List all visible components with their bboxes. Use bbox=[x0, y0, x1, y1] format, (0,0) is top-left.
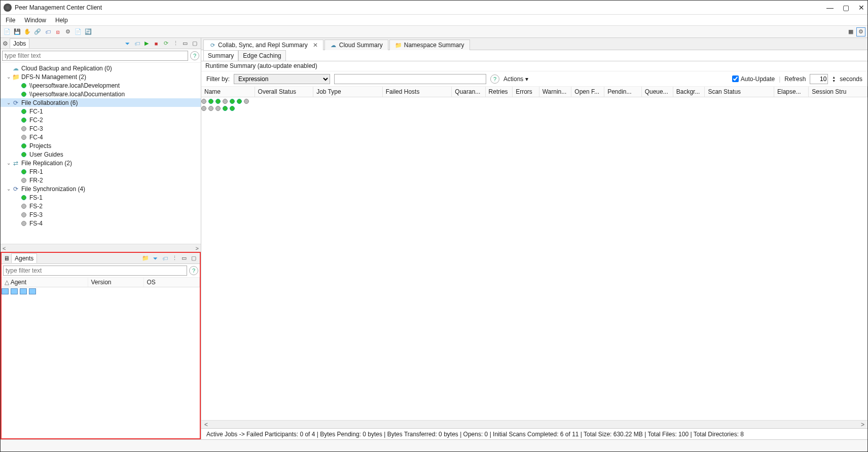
agents-tag-icon[interactable]: 🏷 bbox=[161, 254, 169, 262]
maximize-panel-icon[interactable]: ▢ bbox=[191, 40, 199, 48]
col-10[interactable]: Queue... bbox=[641, 87, 673, 97]
refresh2-icon[interactable]: ⟳ bbox=[162, 40, 170, 48]
doc2-icon[interactable]: 📄 bbox=[74, 27, 83, 36]
subtab-summary[interactable]: Summary bbox=[203, 50, 238, 61]
menu-bar: File Window Help bbox=[1, 15, 867, 26]
status-bar: Active Jobs -> Failed Participants: 0 of… bbox=[201, 428, 867, 439]
refresh-icon[interactable]: 🔄 bbox=[84, 27, 93, 36]
col-7[interactable]: Warnin... bbox=[539, 87, 571, 97]
minimize-button[interactable]: — bbox=[826, 4, 834, 12]
tree-sync-child[interactable]: FS-3 bbox=[1, 210, 201, 219]
tree-collab-child[interactable]: Projects bbox=[1, 141, 201, 150]
tree-collab-child[interactable]: User Guides bbox=[1, 150, 201, 159]
link-icon[interactable]: 🔗 bbox=[33, 27, 42, 36]
col-5[interactable]: Retries bbox=[485, 87, 513, 97]
tree-collab-child[interactable]: FC-4 bbox=[1, 133, 201, 141]
filter-text-input[interactable] bbox=[334, 74, 486, 84]
tree-dfsn-child[interactable]: \\peersoftware.local\Documentation bbox=[1, 90, 201, 98]
col-12[interactable]: Scan Status bbox=[705, 87, 774, 97]
refresh-interval-input[interactable] bbox=[810, 74, 828, 84]
jobs-hscroll[interactable]: <> bbox=[1, 244, 201, 252]
agents-max-icon[interactable]: ▢ bbox=[190, 254, 198, 262]
col-11[interactable]: Backgr... bbox=[673, 87, 705, 97]
col-4[interactable]: Quaran... bbox=[452, 87, 485, 97]
settings-icon[interactable]: ⚙ bbox=[856, 27, 865, 36]
namespace-icon: 📁 bbox=[395, 42, 402, 49]
subtab-edge[interactable]: Edge Caching bbox=[238, 50, 285, 61]
jobs-tree[interactable]: ☁Cloud Backup and Replication (0)⌄📁DFS-N… bbox=[1, 63, 201, 244]
new-icon[interactable]: 📄 bbox=[3, 27, 12, 36]
agents-filter-icon[interactable]: ⏷ bbox=[151, 254, 159, 262]
tab-collab-summary[interactable]: ⟳ Collab, Sync, and Repl Summary ✕ bbox=[203, 40, 323, 50]
help-icon[interactable]: ? bbox=[190, 51, 199, 60]
spinner-buttons[interactable]: ▲▼ bbox=[832, 76, 836, 83]
tree-repl-child[interactable]: FR-1 bbox=[1, 167, 201, 176]
tree-cloud-backup[interactable]: ☁Cloud Backup and Replication (0) bbox=[1, 64, 201, 72]
col-os[interactable]: OS bbox=[143, 278, 200, 287]
agents-min-icon[interactable]: ▭ bbox=[180, 254, 188, 262]
col-14[interactable]: Session Stru bbox=[809, 87, 867, 97]
filter-by-label: Filter by: bbox=[206, 76, 230, 83]
tree-collab-child[interactable]: FC-2 bbox=[1, 116, 201, 124]
tree-collab-child[interactable]: FC-1 bbox=[1, 107, 201, 116]
app-icon bbox=[4, 4, 12, 12]
tree-repl-child[interactable]: FR-2 bbox=[1, 176, 201, 184]
agent-icon bbox=[29, 288, 36, 294]
tab-namespace-summary[interactable]: 📁 Namespace Summary bbox=[389, 40, 470, 50]
error-icon[interactable]: ⦻ bbox=[53, 27, 62, 36]
auto-update-checkbox[interactable]: Auto-Update bbox=[732, 76, 775, 83]
maximize-button[interactable]: ▢ bbox=[843, 4, 849, 12]
agents-folder-icon[interactable]: 📁 bbox=[141, 254, 150, 262]
col-0[interactable]: Name bbox=[201, 87, 255, 97]
agents-title: Agents bbox=[11, 253, 37, 263]
filter-expression-select[interactable]: Expression bbox=[234, 74, 330, 84]
gear-icon[interactable]: ⚙ bbox=[63, 27, 73, 36]
col-2[interactable]: Job Type bbox=[313, 87, 383, 97]
tag-icon[interactable]: 🏷 bbox=[43, 27, 52, 36]
tag2-icon[interactable]: 🏷 bbox=[133, 40, 141, 48]
col-8[interactable]: Open F... bbox=[571, 87, 604, 97]
tree-sync-child[interactable]: FS-2 bbox=[1, 202, 201, 210]
col-9[interactable]: Pendin... bbox=[604, 87, 642, 97]
jobs-filter-input[interactable] bbox=[2, 51, 188, 61]
col-6[interactable]: Errors bbox=[513, 87, 539, 97]
filter-help-icon[interactable]: ? bbox=[490, 74, 499, 84]
col-agent[interactable]: Agent bbox=[11, 279, 26, 286]
tree-dfsn-child[interactable]: \\peersoftware.local\Development bbox=[1, 81, 201, 90]
col-13[interactable]: Elapse... bbox=[774, 87, 809, 97]
agents-help-icon[interactable]: ? bbox=[189, 266, 198, 275]
sync-icon: ⟳ bbox=[209, 42, 216, 49]
filter-icon[interactable]: ⏷ bbox=[123, 40, 131, 48]
stop-icon[interactable]: ■ bbox=[152, 40, 160, 48]
hand-icon[interactable]: ✋ bbox=[23, 27, 32, 36]
menu-help[interactable]: Help bbox=[55, 17, 68, 24]
menu-window[interactable]: Window bbox=[24, 17, 46, 24]
tree-dfsn[interactable]: ⌄📁DFS-N Management (2) bbox=[1, 72, 201, 81]
more-icon[interactable]: ⋮ bbox=[171, 40, 179, 48]
col-1[interactable]: Overall Status bbox=[255, 87, 313, 97]
minimize-panel-icon[interactable]: ▭ bbox=[181, 40, 189, 48]
col-version[interactable]: Version bbox=[88, 278, 143, 287]
agents-more-icon[interactable]: ⋮ bbox=[170, 254, 178, 262]
actions-dropdown[interactable]: Actions ▾ bbox=[503, 76, 528, 83]
tree-sync-child[interactable]: FS-1 bbox=[1, 193, 201, 202]
tree-file-repl[interactable]: ⌄⇄File Replication (2) bbox=[1, 159, 201, 167]
agents-filter-input[interactable] bbox=[3, 266, 187, 276]
jobs-title: Jobs bbox=[10, 39, 29, 48]
main-hscroll[interactable]: <> bbox=[201, 420, 867, 428]
grid-icon[interactable]: ▦ bbox=[846, 27, 855, 36]
save-icon[interactable]: 💾 bbox=[13, 27, 22, 36]
sort-icon[interactable]: △ bbox=[5, 279, 9, 286]
menu-file[interactable]: File bbox=[6, 17, 15, 24]
tree-collab-child[interactable]: FC-3 bbox=[1, 124, 201, 133]
tab-close-icon[interactable]: ✕ bbox=[313, 42, 318, 49]
tab-cloud-summary[interactable]: ☁ Cloud Summary bbox=[324, 40, 388, 50]
tree-file-sync[interactable]: ⌄⟳File Synchronization (4) bbox=[1, 184, 201, 193]
tree-file-collab[interactable]: ⌄⟳File Collaboration (6) bbox=[1, 98, 201, 107]
agents-panel-header: 🖥 Agents 📁 ⏷ 🏷 ⋮ ▭ ▢ bbox=[2, 253, 200, 264]
col-3[interactable]: Failed Hosts bbox=[382, 87, 452, 97]
tree-sync-child[interactable]: FS-4 bbox=[1, 219, 201, 228]
play-icon[interactable]: ▶ bbox=[142, 40, 151, 48]
jobs-gear-icon: ⚙ bbox=[3, 40, 8, 47]
close-button[interactable]: ✕ bbox=[858, 4, 864, 12]
